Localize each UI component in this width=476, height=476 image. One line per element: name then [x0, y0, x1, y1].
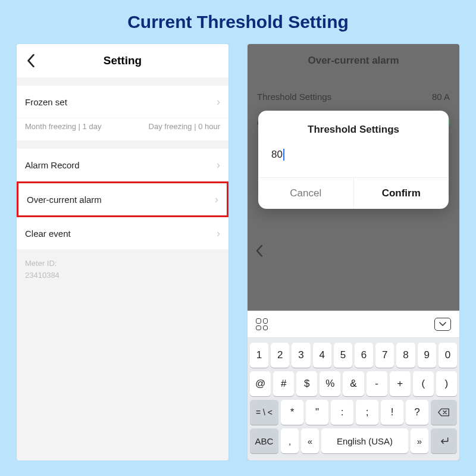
frozen-set-detail: Month freezing | 1 day Day freezing | 0 …	[17, 118, 228, 140]
header-title: Setting	[104, 54, 142, 67]
row-label: Frozen set	[25, 97, 67, 107]
over-current-alarm-row[interactable]: Over-current alarm ›	[17, 181, 228, 217]
phone-threshold-dialog: Over-current alarm Threshold Settings 80…	[248, 44, 459, 461]
chevron-right-icon: ›	[215, 194, 218, 205]
day-freezing: Day freezing | 0 hour	[149, 122, 220, 131]
dialog-title: Threshold Settings	[258, 111, 449, 144]
key-bang[interactable]: !	[381, 400, 403, 425]
threshold-input[interactable]: 80	[258, 144, 449, 177]
page-title: Current Threshold Setting	[0, 0, 476, 32]
row-label: Clear event	[25, 228, 71, 239]
confirm-button[interactable]: Confirm	[354, 178, 449, 209]
key-plus[interactable]: +	[390, 371, 411, 396]
dim-threshold-label: Threshold Settings	[257, 92, 331, 102]
chevron-right-icon: ›	[217, 228, 220, 239]
key-star[interactable]: *	[281, 400, 303, 425]
key-semicolon[interactable]: ;	[356, 400, 378, 425]
chevron-right-icon: ›	[217, 96, 220, 107]
key-laquo[interactable]: «	[301, 428, 319, 453]
key-8[interactable]: 8	[396, 343, 415, 368]
key-percent[interactable]: %	[320, 371, 340, 396]
month-freezing: Month freezing | 1 day	[25, 122, 101, 131]
dim-header-title: Over-current alarm	[308, 55, 399, 67]
meter-id-label: Meter ID:	[25, 258, 220, 270]
key-enter[interactable]	[431, 428, 457, 453]
hide-keyboard-icon[interactable]	[434, 318, 451, 331]
alarm-record-row[interactable]: Alarm Record ›	[17, 149, 228, 181]
dialog-buttons: Cancel Confirm	[258, 177, 449, 209]
key-amp[interactable]: &	[343, 371, 364, 396]
meter-id-value: 23410384	[25, 270, 220, 281]
key-space[interactable]: English (USA)	[321, 428, 408, 453]
meter-id: Meter ID: 23410384	[17, 249, 228, 289]
key-symbols[interactable]: = \ <	[250, 400, 278, 425]
dim-threshold-value: 80 A	[432, 92, 450, 102]
key-3[interactable]: 3	[292, 343, 310, 368]
key-abc[interactable]: ABC	[250, 428, 278, 453]
dim-header: Over-current alarm	[248, 44, 459, 77]
frozen-set-row[interactable]: Frozen set ›	[17, 86, 228, 118]
key-dollar[interactable]: $	[296, 371, 317, 396]
key-at[interactable]: @	[250, 371, 271, 396]
key-qmark[interactable]: ?	[406, 400, 428, 425]
cancel-button[interactable]: Cancel	[258, 178, 354, 209]
key-rparen[interactable]: )	[436, 371, 457, 396]
kb-row-3: = \ < * " : ; ! ?	[250, 400, 457, 425]
key-hash[interactable]: #	[273, 371, 294, 396]
key-minus[interactable]: -	[367, 371, 387, 396]
key-2[interactable]: 2	[271, 343, 289, 368]
key-5[interactable]: 5	[334, 343, 352, 368]
kb-row-2: @ # $ % & - + ( )	[250, 371, 457, 396]
chevron-right-icon: ›	[217, 159, 220, 170]
key-comma[interactable]: ,	[281, 428, 299, 453]
key-raquo[interactable]: »	[411, 428, 428, 453]
threshold-input-value: 80	[271, 149, 283, 161]
header: Setting	[17, 44, 228, 77]
frozen-set-group: Frozen set › Month freezing | 1 day Day …	[17, 86, 228, 140]
kb-row-1: 1 2 3 4 5 6 7 8 9 0	[250, 343, 457, 368]
alarm-group: Alarm Record › Over-current alarm › Clea…	[17, 149, 228, 249]
threshold-dialog: Threshold Settings 80 Cancel Confirm	[258, 111, 449, 209]
keyboard-toolbar	[248, 311, 459, 338]
back-button[interactable]	[23, 52, 39, 69]
clear-event-row[interactable]: Clear event ›	[17, 217, 228, 249]
key-lparen[interactable]: (	[413, 371, 434, 396]
kb-row-4: ABC , « English (USA) »	[250, 428, 457, 453]
key-0[interactable]: 0	[439, 343, 457, 368]
row-label: Alarm Record	[25, 160, 80, 170]
back-icon	[256, 245, 263, 260]
key-1[interactable]: 1	[250, 343, 268, 368]
grid-icon[interactable]	[256, 318, 268, 330]
key-4[interactable]: 4	[313, 343, 331, 368]
key-colon[interactable]: :	[331, 400, 353, 425]
key-6[interactable]: 6	[355, 343, 373, 368]
key-backspace[interactable]	[431, 400, 457, 425]
key-quote[interactable]: "	[306, 400, 328, 425]
text-cursor	[283, 149, 284, 161]
key-7[interactable]: 7	[375, 343, 394, 368]
row-label: Over-current alarm	[27, 195, 102, 205]
keyboard-keys: 1 2 3 4 5 6 7 8 9 0 @ # $	[248, 338, 459, 461]
key-9[interactable]: 9	[418, 343, 436, 368]
dim-threshold-row: Threshold Settings 80 A	[248, 83, 459, 110]
phone-settings: Setting Frozen set › Month freezing | 1 …	[17, 44, 228, 461]
keyboard: 1 2 3 4 5 6 7 8 9 0 @ # $	[248, 311, 459, 461]
